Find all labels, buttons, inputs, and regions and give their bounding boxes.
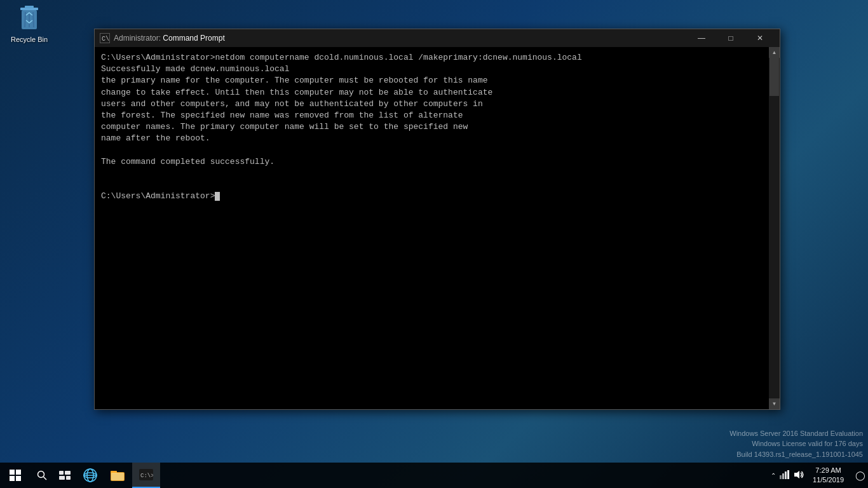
taskbar-ie-button[interactable] xyxy=(76,463,104,488)
svg-rect-24 xyxy=(111,473,124,480)
svg-rect-9 xyxy=(16,470,21,475)
cmd-titlebar[interactable]: C\ Administrator: Command Prompt — □ ✕ xyxy=(95,29,780,47)
watermark-line2: Windows License valid for 176 days xyxy=(729,438,863,449)
svg-point-12 xyxy=(38,471,44,478)
svg-marker-31 xyxy=(794,471,799,478)
os-watermark: Windows Server 2016 Standard Evaluation … xyxy=(729,428,863,460)
notification-button[interactable]: ◯ xyxy=(853,470,868,480)
taskbar-clock[interactable]: 7:29 AM 11/5/2019 xyxy=(808,466,849,485)
taskbar: C:\>_ ⌃ xyxy=(0,463,868,488)
svg-rect-14 xyxy=(59,471,64,475)
cmd-title-name: Command Prompt xyxy=(163,34,224,43)
network-icon[interactable] xyxy=(780,470,790,481)
svg-rect-1 xyxy=(25,6,34,8)
watermark-line3: Build 14393.rs1_release_1.191001-1045 xyxy=(729,449,863,460)
start-button[interactable] xyxy=(0,463,31,488)
cmd-scroll-track[interactable] xyxy=(769,58,780,398)
cmd-scroll-thumb[interactable] xyxy=(770,58,779,96)
taskbar-tray: ⌃ 7:29 AM 11/5/ xyxy=(771,466,868,485)
cmd-scroll-down[interactable]: ▼ xyxy=(769,398,780,409)
task-view-button[interactable] xyxy=(53,463,76,488)
clock-time: 7:29 AM xyxy=(813,466,844,475)
cmd-title-text: Administrator: Command Prompt xyxy=(114,34,687,43)
search-button[interactable] xyxy=(31,463,53,488)
svg-rect-29 xyxy=(785,471,787,479)
svg-text:C\: C\ xyxy=(102,36,109,43)
recycle-bin-icon[interactable]: Recycle Bin xyxy=(6,5,52,43)
cmd-window: C\ Administrator: Command Prompt — □ ✕ C… xyxy=(94,29,780,410)
cmd-scrollbar[interactable]: ▲ ▼ xyxy=(769,47,780,409)
svg-rect-17 xyxy=(66,476,71,480)
svg-rect-15 xyxy=(65,471,71,475)
svg-rect-10 xyxy=(10,476,15,481)
svg-rect-16 xyxy=(59,476,65,480)
cmd-content[interactable]: C:\Users\Administrator>netdom computerna… xyxy=(95,47,769,409)
svg-line-13 xyxy=(44,477,47,480)
cmd-title-icon: C\ xyxy=(100,33,110,43)
cmd-window-controls: — □ ✕ xyxy=(687,29,775,47)
svg-rect-27 xyxy=(780,475,782,479)
taskbar-explorer-button[interactable] xyxy=(104,463,132,488)
cmd-maximize-button[interactable]: □ xyxy=(716,29,745,47)
recycle-bin-label: Recycle Bin xyxy=(11,36,48,43)
watermark-line1: Windows Server 2016 Standard Evaluation xyxy=(729,428,863,439)
cmd-scroll-up[interactable]: ▲ xyxy=(769,47,780,58)
cmd-body: C:\Users\Administrator>netdom computerna… xyxy=(95,47,780,409)
cmd-close-button[interactable]: ✕ xyxy=(745,29,775,47)
volume-icon[interactable] xyxy=(794,470,804,481)
clock-date: 11/5/2019 xyxy=(813,475,844,485)
svg-rect-30 xyxy=(787,470,789,479)
svg-text:C:\>_: C:\>_ xyxy=(140,473,153,479)
svg-rect-28 xyxy=(782,473,784,479)
desktop: Recycle Bin C\ Administrator: Command Pr… xyxy=(0,0,868,488)
taskbar-cmd-button[interactable]: C:\>_ xyxy=(132,463,160,488)
svg-rect-11 xyxy=(16,476,21,481)
recycle-bin-graphic xyxy=(17,5,42,33)
svg-line-5 xyxy=(33,12,34,27)
svg-line-3 xyxy=(25,12,25,27)
tray-chevron[interactable]: ⌃ xyxy=(771,472,776,479)
svg-rect-8 xyxy=(10,470,15,475)
cmd-minimize-button[interactable]: — xyxy=(687,29,716,47)
cmd-title-prefix: Administrator: xyxy=(114,34,163,43)
